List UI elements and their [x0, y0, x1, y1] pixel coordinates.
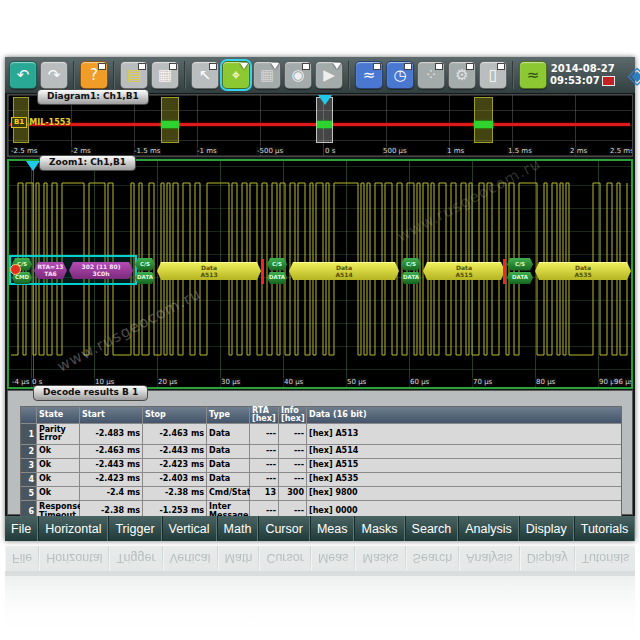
datetime-display: 2014-08-27 09:53:07	[550, 63, 615, 87]
table-cell: Parity Error	[37, 424, 79, 444]
table-cell: -2.463 ms	[80, 445, 142, 458]
decode-results-window[interactable]: StateStartStopTypeRTA [hex]Info [hex]Dat…	[7, 390, 633, 515]
table-cell: Data	[207, 459, 249, 472]
table-cell: -2.4 ms	[80, 487, 142, 500]
axis-tick-label: 60 µs	[409, 378, 430, 386]
redo-button[interactable]: ↷	[40, 61, 68, 89]
menu-item-masks[interactable]: Masks	[354, 516, 404, 541]
toolbar: ↶↷?▤▦↖⌖▦◉▶≈◷⁘⚙▯≈ 2014-08-27 09:53:07 ◈	[5, 57, 635, 93]
axis-tick-label: 80 µs	[535, 378, 556, 386]
zoom1-window[interactable]: C/SCMDRTA=13TA6302 (11 80)3C0hC/SDATADat…	[7, 159, 633, 389]
menu-item-tutorials[interactable]: Tutorials	[574, 516, 635, 541]
table-cell: -2.38 ms	[143, 487, 206, 500]
bus-badge: B1	[11, 117, 27, 128]
zoom-button[interactable]: ⌖	[222, 61, 250, 89]
decode-field: DATA	[267, 272, 287, 285]
axis-tick-label: -2 ms	[70, 147, 92, 155]
menu-item-analysis[interactable]: Analysis	[458, 516, 519, 541]
display-settings-button[interactable]: ▦	[151, 61, 179, 89]
table-cell: Ok	[37, 487, 79, 500]
diagram1-tab[interactable]: Diagram1: Ch1,B1	[37, 89, 149, 105]
cursor-button-badge	[209, 63, 217, 70]
decode-error-tick	[261, 259, 264, 284]
decode-sync-marker: C/SDATA	[135, 258, 155, 284]
decode-results-tab[interactable]: Decode results B 1	[33, 385, 148, 401]
column-header-Info [hex][interactable]: Info [hex]	[279, 407, 306, 423]
decode-results-table: StateStartStopTypeRTA [hex]Info [hex]Dat…	[20, 406, 622, 523]
column-header-num[interactable]	[21, 407, 36, 423]
trigger-marker-icon[interactable]	[26, 161, 40, 171]
layout-button[interactable]: ▦	[253, 61, 281, 89]
help-button[interactable]: ?	[80, 61, 108, 89]
gears-button[interactable]: ⚙	[448, 61, 476, 89]
menu-item-math[interactable]: Math	[217, 516, 259, 541]
axis-tick-label: 50 µs	[346, 378, 367, 386]
table-cell: ---	[279, 445, 306, 458]
column-header-Type[interactable]: Type	[207, 407, 249, 423]
table-cell: Ok	[37, 473, 79, 486]
table-cell: ---	[250, 445, 278, 458]
axis-tick-label: -1 ms	[196, 147, 218, 155]
menu-item-file[interactable]: File	[5, 516, 38, 541]
column-header-Data (16 bit)[interactable]: Data (16 bit)	[307, 407, 621, 423]
table-cell: ---	[250, 459, 278, 472]
menu-item-search[interactable]: Search	[405, 516, 459, 541]
decode-field: DATA	[401, 272, 421, 285]
table-cell: 1	[21, 424, 36, 444]
table-cell: 5	[21, 487, 36, 500]
menu-item-vertical[interactable]: Vertical	[162, 516, 217, 541]
diagram-zoom-region[interactable]	[474, 97, 493, 143]
delete-button-badge	[497, 63, 505, 70]
table-cell: Ok	[37, 459, 79, 472]
column-header-State[interactable]: State	[37, 407, 79, 423]
decode-word-line: 3C0h	[92, 271, 109, 278]
column-header-RTA [hex][interactable]: RTA [hex]	[250, 407, 278, 423]
timer-button[interactable]: ◷	[386, 61, 414, 89]
column-header-Start[interactable]: Start	[80, 407, 142, 423]
table-cell: 2	[21, 445, 36, 458]
menu-bar: FileHorizontalTriggerVerticalMathCursorM…	[5, 516, 635, 541]
bus-signal-label: B1 MIL-1553	[11, 117, 71, 128]
table-cell: [hex] A515	[307, 459, 621, 472]
delete-button[interactable]: ▯	[479, 61, 507, 89]
decode-word-line: A515	[455, 272, 472, 279]
decode-word-line: TA6	[44, 271, 56, 278]
menu-item-cursor[interactable]: Cursor	[258, 516, 310, 541]
table-cell: ---	[279, 473, 306, 486]
cursor-button[interactable]: ↖	[191, 61, 219, 89]
menu-item-trigger[interactable]: Trigger	[108, 516, 161, 541]
menu-item-horizontal[interactable]: Horizontal	[38, 516, 108, 541]
users-button[interactable]: ⁘	[417, 61, 445, 89]
decode-word-3C0h: 302 (11 80)3C0h	[69, 262, 133, 279]
decode-word-line: A535	[574, 272, 591, 279]
table-cell: [hex] A514	[307, 445, 621, 458]
screenshot-button-badge	[302, 63, 310, 70]
undo-button[interactable]: ↶	[9, 61, 37, 89]
decode-field: DATA	[507, 272, 533, 285]
axis-tick-label: 1 ms	[446, 147, 465, 155]
screenshot-button[interactable]: ◉	[284, 61, 312, 89]
fft-button[interactable]: ≈	[355, 61, 383, 89]
table-cell: -2.443 ms	[143, 445, 206, 458]
play-button[interactable]: ▶	[315, 61, 343, 89]
decode-field: C/S	[401, 258, 421, 271]
signal-button[interactable]: ≈	[519, 61, 547, 89]
decode-sync-marker: C/SDATA	[267, 258, 287, 284]
axis-tick-label: 2.5 ms	[609, 147, 633, 155]
oscilloscope-screen: ↶↷?▤▦↖⌖▦◉▶≈◷⁘⚙▯≈ 2014-08-27 09:53:07 ◈ B…	[5, 57, 635, 541]
decode-word-A513: DataA513	[157, 262, 261, 280]
timer-button-badge	[404, 63, 412, 70]
decode-field: C/S	[507, 258, 533, 271]
fft-button-badge	[373, 63, 381, 70]
diagram-zoom-region[interactable]	[161, 97, 179, 143]
trigger-marker-icon[interactable]	[318, 95, 332, 105]
decode-word-line: A513	[200, 272, 217, 279]
toolbar-divider	[348, 61, 350, 89]
column-header-Stop[interactable]: Stop	[143, 407, 206, 423]
menu-item-meas[interactable]: Meas	[310, 516, 355, 541]
zoom1-tab[interactable]: Zoom1: Ch1,B1	[39, 155, 136, 171]
table-cell: Data	[207, 424, 249, 444]
menu-item-display[interactable]: Display	[519, 516, 574, 541]
axis-tick-label: 70 µs	[472, 378, 493, 386]
open-file-button[interactable]: ▤	[120, 61, 148, 89]
